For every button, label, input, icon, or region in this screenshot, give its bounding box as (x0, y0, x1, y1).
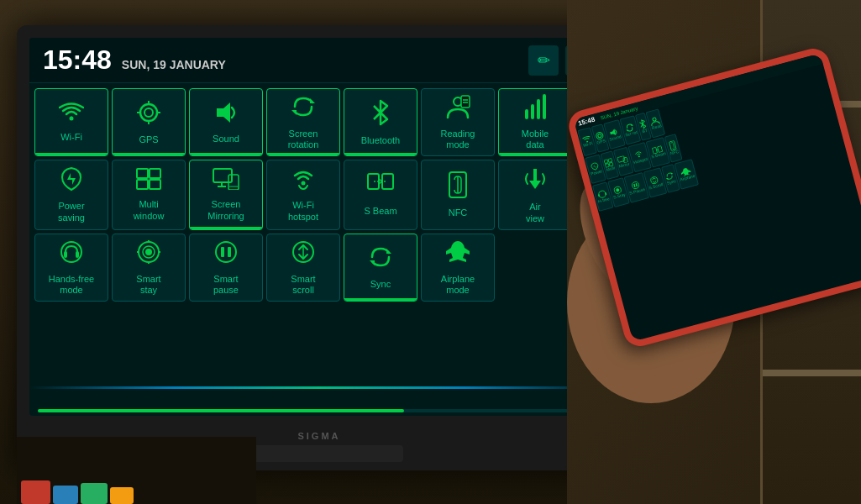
qs-item-smart-pause[interactable]: Smartpause (189, 234, 263, 302)
svg-rect-17 (150, 180, 160, 189)
svg-point-53 (597, 134, 601, 138)
svg-marker-55 (631, 123, 633, 126)
time-section: 15:48 SUN, 19 JANUARY (43, 45, 226, 76)
mobile-data-label: Mobiledata (522, 129, 549, 150)
qs-item-screen-mirroring[interactable]: ScreenMirroring (189, 160, 263, 229)
floor-item-1 (21, 480, 50, 504)
floor-item-4 (110, 487, 134, 504)
svg-rect-75 (633, 184, 635, 187)
svg-marker-43 (386, 249, 391, 254)
wifi-hotspot-label: Wi-Fihotspot (288, 200, 318, 222)
s-beam-icon (367, 173, 394, 201)
qs-item-s-beam[interactable]: S Beam (344, 160, 417, 229)
mobile-data-icon (522, 94, 548, 123)
svg-rect-58 (605, 160, 609, 164)
svg-marker-8 (310, 98, 315, 103)
wifi-icon (59, 102, 84, 127)
nfc-icon (447, 171, 469, 202)
qs-item-mobile-data[interactable]: Mobiledata (498, 88, 572, 156)
svg-point-23 (302, 181, 306, 186)
tv-screen: 15:48 SUN, 19 JANUARY ✏ ☰ (29, 38, 609, 416)
screen-progress-fill (38, 409, 404, 412)
air-view-label: Airview (526, 202, 544, 223)
airplane-label: Airplanemode (441, 274, 475, 296)
airplane-icon (444, 239, 471, 269)
smart-stay-label: Smartstay (136, 274, 160, 296)
qs-item-sound[interactable]: Sound (189, 88, 263, 156)
svg-rect-16 (137, 180, 148, 189)
svg-line-67 (657, 150, 659, 150)
qs-item-gps[interactable]: GPS (112, 88, 186, 156)
tv-base (235, 445, 403, 462)
gps-icon (136, 100, 161, 129)
floor-item-3 (81, 483, 108, 504)
hands-free-icon (59, 239, 84, 269)
svg-rect-70 (598, 194, 600, 197)
svg-rect-40 (228, 247, 231, 257)
smart-scroll-icon (291, 239, 316, 269)
svg-marker-9 (291, 110, 297, 115)
svg-point-38 (216, 242, 236, 262)
sound-label: Sound (213, 134, 239, 144)
edit-icon-btn[interactable]: ✏ (528, 45, 559, 76)
screen-mirroring-icon (213, 168, 239, 194)
bluetooth-icon (371, 99, 390, 130)
floor-decoration (17, 437, 256, 504)
tv-glow-bar (29, 386, 609, 389)
tv-brand-logo: SIGMA (297, 431, 340, 441)
svg-point-73 (616, 188, 620, 192)
qs-item-airplane[interactable]: Airplanemode (421, 234, 495, 302)
qs-item-smart-stay[interactable]: Smartstay (112, 234, 186, 302)
air-view-icon (522, 165, 548, 197)
qs-item-smart-scroll[interactable]: Smartscroll (266, 234, 340, 302)
qs-item-wifi-hotspot[interactable]: Wi-Fihotspot (266, 160, 340, 229)
tv-unit: 15:48 SUN, 19 JANUARY ✏ ☰ (17, 25, 622, 470)
multi-window-icon (136, 168, 161, 194)
qs-item-reading-mode[interactable]: Readingmode (421, 88, 495, 156)
wifi-label: Wi-Fi (60, 132, 82, 143)
svg-rect-14 (137, 169, 148, 178)
svg-rect-25 (382, 174, 393, 189)
tv-header: 15:48 SUN, 19 JANUARY ✏ ☰ (29, 38, 609, 83)
multi-window-label: Multiwindow (134, 199, 165, 221)
gps-label: GPS (139, 134, 158, 145)
shelf-board-3 (763, 370, 861, 376)
bluetooth-label: Bluetooth (361, 135, 400, 146)
svg-rect-59 (608, 159, 612, 163)
qs-item-multi-window[interactable]: Multiwindow (112, 160, 186, 229)
qs-item-wifi[interactable]: Wi-Fi (34, 88, 108, 156)
qs-item-bluetooth[interactable]: Bluetooth (344, 88, 417, 156)
smart-pause-icon (213, 239, 239, 269)
power-saving-label: Powersaving (58, 201, 85, 223)
smart-scroll-label: Smartscroll (291, 274, 315, 296)
svg-rect-15 (150, 169, 160, 178)
screen-rotation-label: Screenrotation (288, 129, 319, 150)
qs-item-screen-rotation[interactable]: Screenrotation (266, 88, 340, 156)
qs-item-hands-free[interactable]: Hands-freemode (34, 234, 108, 302)
svg-rect-29 (64, 251, 67, 258)
sync-icon (368, 244, 393, 274)
date-display: SUN, 19 JANUARY (122, 58, 226, 71)
svg-rect-30 (76, 251, 79, 258)
qs-item-power-saving[interactable]: Powersaving (34, 160, 108, 229)
smart-pause-label: Smartpause (213, 274, 239, 296)
smart-stay-icon (136, 239, 161, 269)
svg-point-32 (145, 249, 152, 255)
qs-row-1: Wi-Fi GPS (34, 88, 604, 156)
rotation-icon (291, 94, 316, 123)
svg-rect-71 (605, 192, 606, 195)
svg-marker-44 (370, 260, 375, 265)
svg-rect-39 (221, 247, 224, 257)
floor-item-2 (53, 486, 78, 504)
nfc-label: NFC (449, 207, 468, 218)
reading-mode-icon (444, 94, 471, 123)
quick-settings-panel: Wi-Fi GPS (29, 83, 609, 307)
svg-point-1 (140, 104, 157, 121)
qs-item-sync[interactable]: Sync (344, 234, 417, 302)
sync-label: Sync (370, 279, 391, 290)
clock-display: 15:48 (43, 45, 112, 76)
qs-item-air-view[interactable]: Airview (498, 160, 572, 229)
screen-progress-bar (38, 409, 601, 412)
reading-mode-label: Readingmode (441, 129, 475, 150)
qs-item-nfc[interactable]: NFC (421, 160, 495, 229)
